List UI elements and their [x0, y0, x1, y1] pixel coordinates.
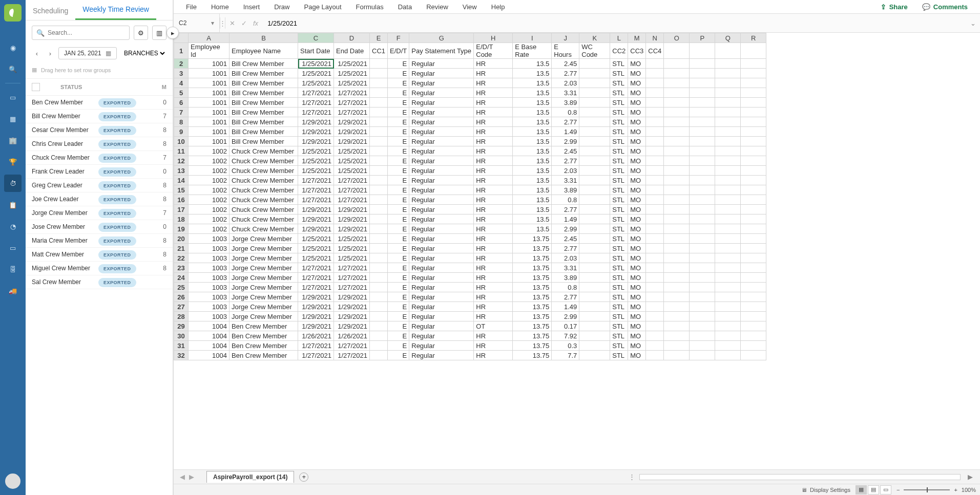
cell[interactable] — [715, 331, 741, 341]
row-header-31[interactable]: 31 — [174, 341, 189, 351]
cell[interactable]: 1/27/2021 — [298, 341, 334, 351]
cell[interactable]: STL — [610, 59, 628, 69]
col-header-L[interactable]: L — [610, 33, 628, 43]
cell[interactable]: 7.7 — [552, 351, 579, 360]
row-group-dropzone[interactable]: ▦ Drag here to set row groups — [26, 61, 173, 78]
cell[interactable]: Regular — [409, 341, 474, 351]
fx-icon[interactable]: fx — [253, 19, 258, 27]
cell[interactable]: MO — [628, 117, 646, 127]
cell[interactable]: 13.5 — [513, 166, 552, 176]
cell[interactable]: 1/25/2021 — [334, 59, 370, 69]
cell[interactable]: 13.5 — [513, 185, 552, 195]
cell[interactable]: Regular — [409, 244, 474, 253]
cell[interactable]: 1003 — [189, 312, 230, 321]
employee-row[interactable]: Sal Crew Member EXPORTED — [26, 275, 173, 289]
cell[interactable]: 1003 — [189, 263, 230, 273]
cell[interactable]: HR — [474, 98, 513, 107]
cell[interactable] — [690, 224, 715, 234]
cell[interactable] — [370, 351, 388, 360]
cell[interactable] — [741, 176, 766, 185]
accept-formula-icon[interactable]: ✓ — [241, 19, 247, 27]
cell[interactable] — [579, 253, 610, 263]
cell[interactable]: E — [388, 244, 409, 253]
cell[interactable]: HR — [474, 166, 513, 176]
cell[interactable]: Jorge Crew Member — [230, 253, 298, 263]
col-header-I[interactable]: I — [513, 33, 552, 43]
cell[interactable] — [715, 156, 741, 166]
cell[interactable]: 1/27/2021 — [334, 351, 370, 360]
cell[interactable] — [646, 273, 664, 283]
cell[interactable] — [664, 88, 690, 98]
prev-week-button[interactable]: ‹ — [32, 48, 42, 58]
cell[interactable]: MO — [628, 302, 646, 312]
row-header-10[interactable]: 10 — [174, 137, 189, 146]
cell[interactable]: 13.75 — [513, 244, 552, 253]
cell[interactable]: HR — [474, 117, 513, 127]
cell[interactable]: 2.45 — [552, 146, 579, 156]
cell[interactable] — [741, 283, 766, 292]
cell[interactable] — [664, 244, 690, 253]
cell[interactable]: 13.75 — [513, 283, 552, 292]
employee-row[interactable]: Miguel Crew Member EXPORTED 8 — [26, 262, 173, 275]
cell[interactable]: Regular — [409, 234, 474, 244]
cell[interactable]: Regular — [409, 331, 474, 341]
cell[interactable]: 1002 — [189, 214, 230, 224]
cell[interactable]: 1/29/2021 — [298, 292, 334, 302]
cell[interactable]: E — [388, 176, 409, 185]
cell[interactable]: 0.8 — [552, 283, 579, 292]
cell[interactable]: 1/27/2021 — [298, 88, 334, 98]
header-cell[interactable] — [664, 43, 690, 59]
employee-row[interactable]: Bill Crew Member EXPORTED 7 — [26, 110, 173, 123]
cell[interactable]: 1/25/2021 — [334, 253, 370, 263]
cell[interactable]: Chuck Crew Member — [230, 224, 298, 234]
cell[interactable] — [741, 244, 766, 253]
cell[interactable] — [664, 117, 690, 127]
cell[interactable] — [370, 195, 388, 205]
cell[interactable]: MO — [628, 156, 646, 166]
cell[interactable]: 2.77 — [552, 117, 579, 127]
cell[interactable] — [715, 351, 741, 360]
sheet-nav-next[interactable]: ▶ — [187, 473, 196, 481]
cell[interactable]: OT — [474, 321, 513, 331]
tab-scheduling[interactable]: Scheduling — [26, 7, 75, 20]
cell[interactable]: 13.5 — [513, 127, 552, 137]
cell[interactable]: 1003 — [189, 253, 230, 263]
cell[interactable] — [664, 321, 690, 331]
cell[interactable]: E — [388, 166, 409, 176]
cell[interactable]: 13.5 — [513, 146, 552, 156]
cell[interactable] — [741, 78, 766, 88]
cell[interactable] — [579, 88, 610, 98]
next-week-button[interactable]: › — [45, 48, 55, 58]
cell[interactable] — [664, 137, 690, 146]
cell[interactable]: 13.5 — [513, 88, 552, 98]
cell[interactable] — [715, 127, 741, 137]
cell[interactable]: 13.5 — [513, 224, 552, 234]
cell[interactable]: 2.99 — [552, 312, 579, 321]
header-cell[interactable]: Employee Name — [230, 43, 298, 59]
cell[interactable] — [646, 244, 664, 253]
view-normal-button[interactable]: ▦ — [856, 485, 867, 494]
cell[interactable]: 1/26/2021 — [334, 331, 370, 341]
cell[interactable]: E — [388, 214, 409, 224]
col-header-G[interactable]: G — [409, 33, 474, 43]
nav-search-icon[interactable]: 🔍 — [4, 60, 22, 78]
horizontal-scrollbar[interactable] — [639, 474, 961, 480]
cell[interactable] — [664, 351, 690, 360]
col-header-P[interactable]: P — [690, 33, 715, 43]
row-header-32[interactable]: 32 — [174, 351, 189, 360]
cell[interactable]: 1/29/2021 — [334, 117, 370, 127]
cell[interactable] — [664, 127, 690, 137]
row-header-24[interactable]: 24 — [174, 273, 189, 283]
cell[interactable]: 13.75 — [513, 273, 552, 283]
cell[interactable] — [690, 185, 715, 195]
cell[interactable]: Jorge Crew Member — [230, 273, 298, 283]
nav-card-icon[interactable]: ▭ — [4, 239, 22, 256]
cell[interactable]: 1003 — [189, 302, 230, 312]
col-header-B[interactable]: B — [230, 33, 298, 43]
cell[interactable] — [741, 312, 766, 321]
cell[interactable] — [579, 78, 610, 88]
cell[interactable]: Chuck Crew Member — [230, 146, 298, 156]
cell[interactable] — [579, 263, 610, 273]
cell[interactable]: 1002 — [189, 185, 230, 195]
cell[interactable]: 1002 — [189, 146, 230, 156]
